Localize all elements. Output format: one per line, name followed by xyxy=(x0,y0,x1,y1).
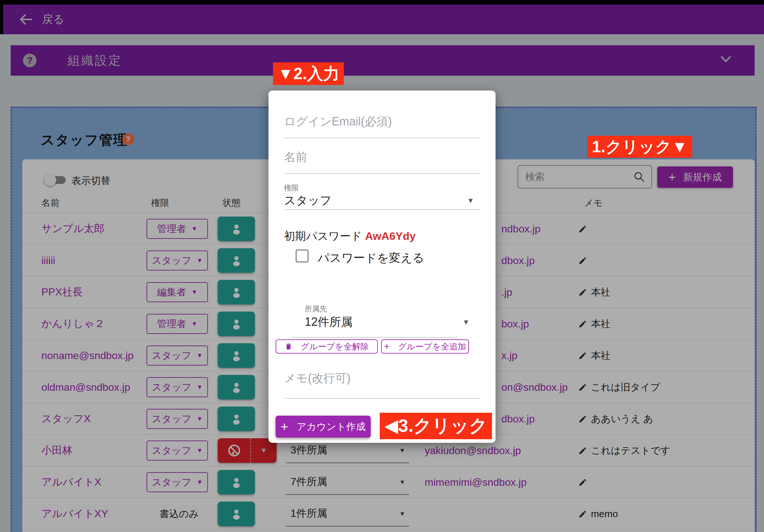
create-account-modal: ログインEmail(必須) 名前 権限 スタッフ ▼ 初期パスワード AwA6Y… xyxy=(269,90,495,443)
annotation-step1: 1.クリック▼ xyxy=(587,136,692,158)
field-underline xyxy=(284,138,480,138)
affiliation-select[interactable]: 12件所属 xyxy=(305,314,353,330)
plus-icon: + xyxy=(281,420,288,433)
dropdown-caret-icon[interactable]: ▼ xyxy=(467,197,474,205)
change-password-checkbox[interactable] xyxy=(295,249,308,262)
name-field[interactable]: 名前 xyxy=(284,149,307,165)
remove-all-groups-button[interactable]: グループを全解除 xyxy=(276,339,378,353)
initial-password-value: AwA6Ydy xyxy=(365,230,416,242)
trash-icon xyxy=(285,342,292,350)
dropdown-caret-icon[interactable]: ▼ xyxy=(463,318,470,327)
initial-password-row: 初期パスワード AwA6Ydy xyxy=(284,229,416,244)
role-select[interactable]: スタッフ xyxy=(284,193,331,208)
memo-field[interactable]: メモ(改行可) xyxy=(284,370,351,386)
change-password-label: パスワードを変える xyxy=(318,250,424,266)
create-account-button[interactable]: + アカウント作成 xyxy=(276,416,371,438)
annotation-step3: ◀3.クリック xyxy=(380,413,492,439)
field-underline xyxy=(284,398,480,399)
affiliation-select-label: 所属先 xyxy=(305,304,327,314)
field-underline xyxy=(292,337,458,337)
field-underline xyxy=(284,209,480,210)
field-underline xyxy=(284,173,480,174)
role-select-label: 権限 xyxy=(284,183,299,193)
add-all-groups-button[interactable]: + グループを全追加 xyxy=(381,339,469,353)
login-email-field[interactable]: ログインEmail(必須) xyxy=(284,114,392,130)
plus-icon: + xyxy=(384,341,390,352)
annotation-step2: ▼2.入力 xyxy=(273,63,344,85)
